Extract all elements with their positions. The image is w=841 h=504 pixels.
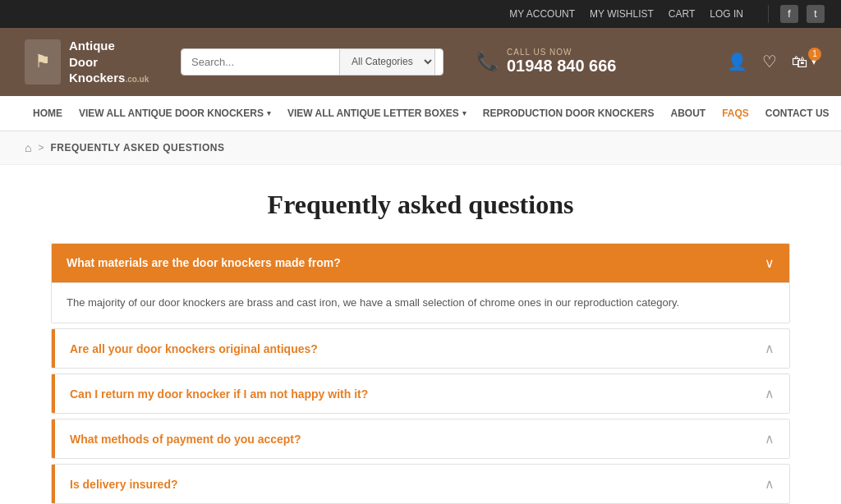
faq-header-3[interactable]: Can I return my door knocker if I am not… — [52, 374, 789, 413]
call-label: CALL US NOW — [507, 48, 616, 57]
nav-home[interactable]: HOME — [25, 96, 71, 131]
logo[interactable]: ⚑ Antique Door Knockers.co.uk — [25, 38, 164, 86]
nav-arrow: ▾ — [267, 109, 271, 117]
faq-header-2[interactable]: Are all your door knockers original anti… — [52, 329, 789, 368]
cart-icon-wrapper[interactable]: 🛍 1 ▾ — [792, 53, 816, 71]
account-icon[interactable]: 👤 — [727, 52, 747, 71]
top-bar: MY ACCOUNT MY WISHLIST CART LOG IN f t — [0, 0, 841, 28]
faq-header-5[interactable]: Is delivery insured? ∧ — [52, 465, 789, 503]
nav-contact[interactable]: CONTACT US — [757, 96, 838, 131]
faq-item-3: Can I return my door knocker if I am not… — [51, 373, 790, 414]
faq-toggle-4: ∧ — [765, 431, 774, 447]
nav-faqs[interactable]: FAQS — [714, 96, 757, 131]
faq-toggle-2: ∧ — [765, 341, 774, 356]
nav-letter-boxes[interactable]: VIEW ALL ANTIQUE LETTER BOXES ▾ — [279, 96, 475, 131]
faq-question-2: Are all your door knockers original anti… — [70, 342, 318, 355]
faq-header-4[interactable]: What methods of payment do you accept? ∧ — [52, 419, 789, 458]
faq-question-1: What materials are the door knockers mad… — [67, 256, 341, 269]
faq-item-5: Is delivery insured? ∧ — [51, 464, 790, 504]
top-bar-links: MY ACCOUNT MY WISHLIST CART LOG IN — [509, 8, 743, 20]
faq-question-4: What methods of payment do you accept? — [70, 433, 301, 446]
faq-question-3: Can I return my door knocker if I am not… — [70, 387, 368, 401]
top-bar-social: f t — [768, 5, 825, 23]
cart-badge: 1 — [808, 48, 821, 61]
logo-text: Antique Door Knockers.co.uk — [69, 38, 149, 86]
my-account-link[interactable]: MY ACCOUNT — [509, 8, 575, 20]
search-button[interactable]: 🔍 — [434, 49, 443, 75]
logo-icon: ⚑ — [25, 39, 61, 85]
nav-about[interactable]: ABOUT — [663, 96, 715, 131]
main-nav: HOME VIEW ALL ANTIQUE DOOR KNOCKERS ▾ VI… — [0, 96, 841, 131]
faq-toggle-1: ∨ — [765, 255, 774, 271]
faq-header-1[interactable]: What materials are the door knockers mad… — [52, 244, 789, 282]
phone-icon: 📞 — [476, 51, 499, 72]
my-wishlist-link[interactable]: MY WISHLIST — [590, 8, 654, 20]
nav-reproduction[interactable]: REPRODUCTION DOOR KNOCKERS — [475, 96, 663, 131]
twitter-icon[interactable]: t — [807, 5, 825, 23]
cart-link[interactable]: CART — [669, 8, 695, 20]
main-content: Frequently asked questions What material… — [0, 165, 841, 505]
faq-item-2: Are all your door knockers original anti… — [51, 328, 790, 369]
faq-list: What materials are the door knockers mad… — [51, 243, 790, 505]
faq-toggle-3: ∧ — [765, 386, 774, 401]
search-box: All Categories 🔍 — [181, 48, 443, 76]
faq-toggle-5: ∧ — [765, 476, 774, 492]
category-select[interactable]: All Categories — [339, 49, 434, 75]
header-icons: 👤 ♡ 🛍 1 ▾ — [727, 52, 816, 71]
breadcrumb-home[interactable]: ⌂ — [25, 141, 31, 154]
nav-door-knockers[interactable]: VIEW ALL ANTIQUE DOOR KNOCKERS ▾ — [71, 96, 279, 131]
call-info: 📞 CALL US NOW 01948 840 666 — [476, 48, 616, 76]
faq-item-1: What materials are the door knockers mad… — [51, 243, 790, 324]
breadcrumb: ⌂ > FREQUENTLY ASKED QUESTIONS — [0, 131, 841, 165]
faq-question-5: Is delivery insured? — [70, 478, 178, 491]
breadcrumb-current: FREQUENTLY ASKED QUESTIONS — [50, 142, 224, 153]
login-link[interactable]: LOG IN — [710, 8, 743, 20]
header: ⚑ Antique Door Knockers.co.uk All Catego… — [0, 28, 841, 96]
call-number: 01948 840 666 — [507, 57, 616, 76]
home-icon: ⌂ — [25, 141, 31, 154]
cart-icon: 🛍 — [792, 53, 808, 71]
faq-item-4: What methods of payment do you accept? ∧ — [51, 419, 790, 459]
page-title: Frequently asked questions — [25, 190, 816, 220]
wishlist-icon[interactable]: ♡ — [762, 52, 777, 71]
faq-answer-1: The majority of our door knockers are br… — [52, 282, 789, 323]
brand-name: Antique Door Knockers.co.uk — [69, 38, 149, 86]
nav-arrow-2: ▾ — [462, 109, 466, 117]
breadcrumb-separator: > — [38, 142, 44, 153]
facebook-icon[interactable]: f — [780, 5, 798, 23]
search-input[interactable] — [182, 49, 339, 75]
